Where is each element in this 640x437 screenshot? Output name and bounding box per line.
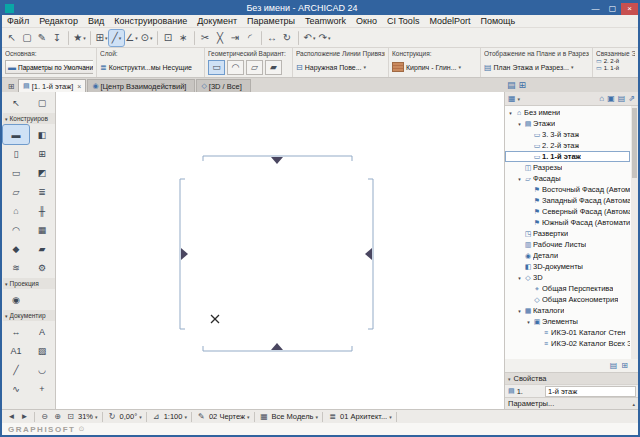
layout-book-icon[interactable]: ▤: [618, 94, 626, 103]
undo-icon[interactable]: ↶ ▾: [302, 30, 317, 46]
menu-item[interactable]: Редактор: [34, 15, 83, 28]
tool-stair[interactable]: ≣: [29, 182, 55, 201]
redo-icon[interactable]: ↷ ▾: [317, 30, 332, 46]
document-tab[interactable]: ◉ [Центр Взаимодействий]: [87, 79, 195, 92]
favorites-icon[interactable]: ★ ▾: [72, 30, 87, 46]
tool-text[interactable]: A: [29, 322, 55, 341]
geometry-curved-icon[interactable]: ◠: [227, 60, 244, 75]
select-tool-icon[interactable]: ↖: [5, 30, 20, 46]
magic-wand-icon[interactable]: ∗: [176, 30, 191, 46]
geometry-trapezoid-icon[interactable]: ▱: [246, 60, 263, 75]
organizer-icon[interactable]: ⊞: [518, 80, 526, 90]
tool-camera[interactable]: ◉: [3, 290, 29, 309]
tree-item[interactable]: ⚑ Южный Фасад (Автоматичес: [505, 217, 630, 228]
save-view-icon[interactable]: ▤: [610, 361, 618, 370]
menu-item[interactable]: Помощь: [475, 15, 520, 28]
chevron-down-icon[interactable]: ▾: [139, 414, 142, 420]
tree-expander-icon[interactable]: ▾: [516, 121, 523, 127]
publisher-icon[interactable]: ⇗: [628, 94, 635, 103]
floor-plan-canvas[interactable]: [56, 92, 504, 409]
tab-overview-icon[interactable]: ⊞: [4, 80, 18, 92]
split-icon[interactable]: ╳: [213, 30, 228, 46]
toolbar-button[interactable]: [68, 31, 69, 45]
elevation-marker-north[interactable]: [203, 156, 352, 164]
tool-spline[interactable]: ∿: [3, 379, 29, 398]
fit-in-window-icon[interactable]: ⊡: [65, 412, 76, 421]
chevron-down-icon[interactable]: ▾: [95, 414, 98, 420]
tool-morph[interactable]: ◆: [3, 239, 29, 258]
menu-item[interactable]: ModelPort: [424, 15, 475, 28]
trim-icon[interactable]: ✂: [198, 30, 213, 46]
tool-dimension[interactable]: ↔: [3, 322, 29, 341]
menu-item[interactable]: Конструирование: [109, 15, 192, 28]
tree-item[interactable]: ⚑ Западный Фасад (Автоматиче: [505, 195, 630, 206]
tool-arc[interactable]: ◡: [29, 360, 55, 379]
menu-item[interactable]: Параметры: [242, 15, 300, 28]
tool-label[interactable]: A1: [3, 341, 29, 360]
tool-railing[interactable]: ╫: [29, 201, 55, 220]
zoom-level-value[interactable]: 31%: [78, 412, 93, 421]
settings-bar[interactable]: Параметры... ▴: [505, 397, 638, 409]
tree-scrollbar[interactable]: [631, 106, 638, 359]
structure-dropdown[interactable]: Кирпич - Глин... ▾: [392, 58, 477, 76]
partial-structure-icon[interactable]: ▦: [259, 412, 270, 421]
pickup-parameters-icon[interactable]: ✎: [35, 30, 50, 46]
tree-item[interactable]: ▾ ▣ Элементы: [505, 316, 630, 327]
inject-parameters-icon[interactable]: ↧: [50, 30, 65, 46]
tool-line[interactable]: ╱: [3, 360, 29, 379]
tree-expander-icon[interactable]: ▾: [516, 176, 523, 182]
menu-item[interactable]: Файл: [2, 15, 34, 28]
tree-item[interactable]: ⚑ Восточный Фасад (Автоматич: [505, 184, 630, 195]
pen-set-value[interactable]: 02 Чертеж: [209, 412, 245, 421]
plan-display-dropdown[interactable]: ▤ План Этажа и Разрез... ▾: [484, 58, 589, 76]
snap-points-icon[interactable]: ⊙ ▾: [139, 30, 154, 46]
scale-icon[interactable]: ⊿: [151, 412, 162, 421]
orientation-value[interactable]: 0,00°: [120, 412, 138, 421]
toolbar-button[interactable]: [194, 31, 195, 45]
properties-value-field[interactable]: 1-й этаж: [545, 386, 636, 397]
toolbar-button[interactable]: [157, 31, 158, 45]
layer-combination-icon[interactable]: ≣: [327, 412, 338, 421]
reference-line-dropdown[interactable]: ⊟ Наружная Пове... ▾: [296, 58, 385, 76]
chevron-down-icon[interactable]: ▾: [247, 414, 250, 420]
properties-panel-header[interactable]: ▾ Свойства: [505, 372, 638, 384]
orientation-icon[interactable]: ↻: [107, 412, 118, 421]
tool-fill[interactable]: ▨: [29, 341, 55, 360]
tree-item[interactable]: ▾ ▦ Каталоги: [505, 305, 630, 316]
linked-story[interactable]: ▭ 2. 2-й: [596, 58, 619, 65]
linked-story[interactable]: ▭ 1. 1-й: [596, 65, 619, 72]
geometry-polygon-icon[interactable]: ▰: [265, 60, 282, 75]
menu-item[interactable]: Окно: [351, 15, 382, 28]
menu-item[interactable]: CI Tools: [382, 15, 424, 28]
tree-item[interactable]: ▾ ⌂ Без имени: [505, 107, 630, 118]
menu-item[interactable]: Вид: [83, 15, 109, 28]
tool-beam[interactable]: ▭: [3, 163, 29, 182]
maximize-button[interactable]: ▢: [604, 3, 621, 15]
rotate-icon[interactable]: ↻: [280, 30, 295, 46]
toolbox-section-document[interactable]: ▾ Документир: [3, 310, 55, 321]
elevation-marker-west[interactable]: [180, 179, 188, 329]
menu-item[interactable]: Документ: [192, 15, 242, 28]
move-icon[interactable]: ↔: [265, 30, 280, 46]
tree-item[interactable]: ◇ Общая Аксонометрия: [505, 294, 630, 305]
toolbox-section-projection[interactable]: ▾ Проекция: [3, 278, 55, 289]
project-map-icon[interactable]: ⌂: [599, 94, 604, 103]
document-tab[interactable]: ◇ [3D / Все]: [196, 79, 250, 92]
view-map-icon[interactable]: ▣: [607, 94, 615, 103]
tree-item[interactable]: ▾ ▱ Фасады: [505, 173, 630, 184]
layer-selector[interactable]: ≣ Конструкти...мы Несущие: [100, 58, 201, 76]
previous-view-icon[interactable]: ◄: [6, 412, 17, 421]
tree-item[interactable]: ≡ ИКЭ-02 Каталог Всех Элемен: [505, 338, 630, 349]
tree-item[interactable]: ▾ ▤ Этажи: [505, 118, 630, 129]
elevation-marker-east[interactable]: [365, 179, 373, 329]
tree-item[interactable]: ▭ 2. 2-й этаж: [505, 140, 630, 151]
tool-curtain-wall[interactable]: ▦: [29, 220, 55, 239]
tool-column[interactable]: ▯: [3, 144, 29, 163]
close-button[interactable]: ×: [621, 3, 638, 15]
toolbox-section-design[interactable]: ▾ Конструиров: [3, 113, 55, 124]
chevron-down-icon[interactable]: ▾: [184, 414, 187, 420]
tool-mesh[interactable]: ≋: [3, 258, 29, 277]
tab-close-icon[interactable]: ×: [77, 83, 81, 90]
adjust-icon[interactable]: ⇥: [228, 30, 243, 46]
tree-scrollbar-thumb[interactable]: [632, 108, 637, 178]
